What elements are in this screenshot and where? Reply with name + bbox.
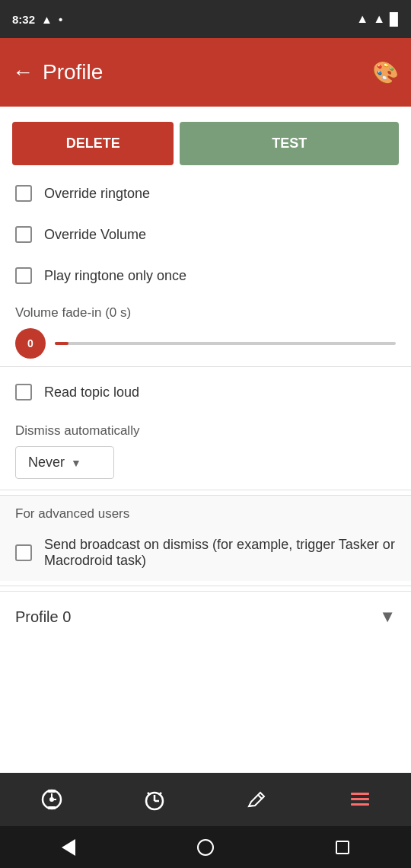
divider-1 [0, 366, 411, 367]
back-nav-button[interactable] [53, 832, 84, 863]
action-row: DELETE TEST [0, 122, 411, 165]
send-broadcast-label: Send broadcast on dismiss (for example, … [44, 537, 396, 569]
slider-value: 0 [27, 337, 33, 349]
svg-rect-4 [48, 790, 56, 793]
divider-2 [0, 490, 411, 490]
recents-square-icon [336, 841, 349, 854]
override-ringtone-row: Override ringtone [0, 173, 411, 214]
send-broadcast-row: Send broadcast on dismiss (for example, … [15, 529, 396, 576]
nav-watch[interactable] [40, 787, 64, 812]
mountain-icon: ▲ [41, 13, 53, 26]
signal-icon: ▲ [373, 12, 385, 26]
read-topic-checkbox[interactable] [15, 384, 32, 400]
svg-line-11 [258, 795, 262, 799]
battery-icon: ▉ [390, 12, 399, 27]
delete-button[interactable]: DELETE [12, 122, 174, 165]
dot-icon: • [59, 13, 62, 26]
home-nav-button[interactable] [190, 832, 221, 863]
palette-button[interactable]: 🎨 [372, 60, 399, 85]
app-bar: ← Profile 🎨 [0, 38, 411, 107]
nav-alarm[interactable] [142, 787, 167, 812]
read-topic-row: Read topic loud [0, 372, 411, 413]
volume-fade-section: Volume fade-in (0 s) 0 [0, 296, 411, 362]
nav-list[interactable] [348, 787, 372, 812]
svg-line-12 [249, 806, 253, 806]
status-bar-right: ▲ ▲ ▉ [356, 12, 399, 27]
slider-track[interactable] [55, 342, 396, 345]
profile-selector-arrow-icon: ▼ [379, 607, 396, 627]
dropdown-arrow-icon: ▼ [71, 457, 81, 469]
system-nav-bar [0, 826, 411, 868]
svg-rect-15 [351, 803, 369, 806]
profile-selector-label: Profile 0 [15, 608, 71, 626]
status-bar: 8:32 ▲ • ▲ ▲ ▉ [0, 0, 411, 38]
main-content: DELETE TEST Override ringtone Override V… [0, 107, 411, 773]
app-bar-left: ← Profile [12, 60, 103, 85]
back-triangle-icon [62, 839, 75, 856]
dismiss-label: Dismiss automatically [15, 423, 396, 439]
dismiss-dropdown[interactable]: Never ▼ [15, 446, 114, 479]
override-volume-checkbox[interactable] [15, 226, 32, 243]
recents-nav-button[interactable] [327, 832, 358, 863]
volume-fade-label: Volume fade-in (0 s) [15, 305, 396, 321]
nav-edit[interactable] [245, 787, 269, 812]
slider-thumb: 0 [15, 328, 46, 359]
send-broadcast-checkbox[interactable] [15, 544, 32, 561]
slider-row: 0 [15, 328, 396, 359]
override-ringtone-label: Override ringtone [44, 186, 150, 202]
svg-rect-14 [351, 798, 369, 800]
back-button[interactable]: ← [12, 62, 33, 83]
bottom-nav [0, 773, 411, 826]
play-once-checkbox[interactable] [15, 267, 32, 284]
slider-fill [55, 342, 68, 345]
advanced-section: For advanced users Send broadcast on dis… [0, 495, 411, 581]
time-display: 8:32 [12, 13, 35, 26]
dismiss-selected: Never [28, 455, 65, 471]
play-once-row: Play ringtone only once [0, 255, 411, 296]
status-bar-left: 8:32 ▲ • [12, 13, 62, 26]
dismiss-section: Dismiss automatically Never ▼ [0, 413, 411, 485]
test-button[interactable]: TEST [180, 122, 399, 165]
home-circle-icon [197, 839, 214, 856]
play-once-label: Play ringtone only once [44, 268, 186, 284]
svg-rect-13 [351, 793, 369, 795]
override-ringtone-checkbox[interactable] [15, 185, 32, 202]
svg-rect-5 [48, 806, 56, 809]
wifi-icon: ▲ [356, 12, 368, 26]
advanced-label: For advanced users [15, 506, 396, 522]
read-topic-label: Read topic loud [44, 385, 139, 400]
page-title: Profile [43, 60, 103, 85]
profile-selector[interactable]: Profile 0 ▼ [0, 591, 411, 642]
override-volume-label: Override Volume [44, 227, 146, 243]
override-volume-row: Override Volume [0, 214, 411, 255]
divider-3 [0, 586, 411, 586]
dropdown-row: Never ▼ [15, 446, 396, 479]
